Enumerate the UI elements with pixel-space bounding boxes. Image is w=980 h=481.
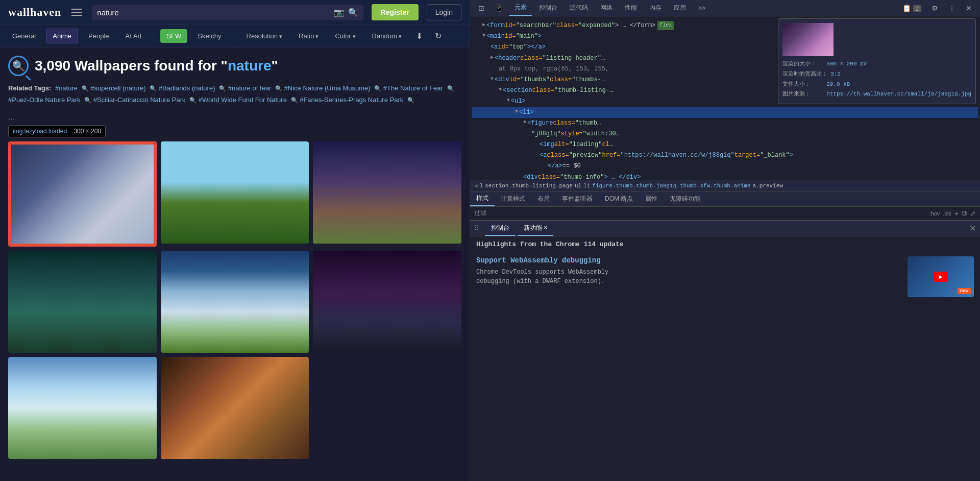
- dom-line[interactable]: "j88g1q" style="width:30 …: [472, 129, 978, 139]
- more-tags-toggle[interactable]: …: [8, 113, 461, 121]
- tab-application[interactable]: 应用: [669, 1, 691, 15]
- dom-tree: 渲染的大小： 300 × 200 px 渲染时的宽高比： 3:2 文件大小： 2…: [470, 16, 980, 180]
- cls-button[interactable]: .cls: [943, 210, 951, 217]
- devtools-more-icon[interactable]: ⋮: [944, 2, 960, 14]
- filter-aiart[interactable]: AI Art: [119, 29, 148, 43]
- wallpaper-2[interactable]: [161, 141, 309, 244]
- console-content: Highlights from the Chrome 114 update Su…: [470, 236, 980, 322]
- tag-wwf[interactable]: #World Wide Fund For Nature: [199, 96, 287, 104]
- tag-search-icon-6: 🔍: [447, 85, 454, 91]
- wallpaper-6[interactable]: [313, 251, 461, 353]
- wallpaper-3[interactable]: [313, 141, 461, 244]
- wallpaper-1[interactable]: [10, 143, 155, 245]
- filter-divider-2: [234, 31, 234, 41]
- preview-ratio-row: 渲染时的宽高比： 3:2: [782, 69, 971, 80]
- devtools-badge-icon[interactable]: 📋 2: [898, 2, 925, 14]
- filter-general[interactable]: General: [6, 29, 42, 43]
- tab-sources[interactable]: 源代码: [565, 1, 593, 15]
- gallery-item-6[interactable]: [313, 251, 461, 353]
- tab-console[interactable]: 控制台: [534, 1, 562, 15]
- filter-sketchy[interactable]: Sketchy: [191, 29, 227, 43]
- gallery-item-8[interactable]: [161, 357, 309, 459]
- search-input[interactable]: [97, 8, 329, 17]
- login-button[interactable]: Login: [427, 4, 461, 20]
- wallpaper-7[interactable]: [8, 357, 157, 459]
- tag-nice-nature[interactable]: #Nice Nature (Uma Musume): [284, 84, 371, 92]
- filter-people[interactable]: People: [82, 29, 115, 43]
- filter-sfw[interactable]: SFW: [160, 29, 187, 43]
- filter-color[interactable]: Color: [329, 29, 361, 43]
- register-button[interactable]: Register: [372, 4, 419, 20]
- drag-handle[interactable]: ⠿: [474, 225, 479, 232]
- console-tab-new[interactable]: 新功能 ×: [518, 221, 553, 236]
- wallpaper-8[interactable]: [161, 357, 309, 459]
- filter-random[interactable]: Random: [366, 29, 408, 43]
- gallery-item-7[interactable]: [8, 357, 157, 459]
- gallery-item-5[interactable]: [161, 251, 309, 353]
- hov-button[interactable]: :hov: [929, 210, 940, 217]
- webassembly-title: Support WebAssembly debugging: [476, 256, 901, 264]
- wallpaper-4[interactable]: [8, 251, 157, 353]
- console-close-button[interactable]: ✕: [969, 224, 976, 233]
- webassembly-text: Support WebAssembly debugging Chrome Dev…: [476, 256, 901, 297]
- tab-elements[interactable]: 元素: [509, 0, 532, 16]
- add-style-button[interactable]: +: [954, 209, 959, 218]
- tooltip-class: img.lazyload.loaded: [13, 128, 67, 135]
- tag-badlands[interactable]: #Badlands (nature): [159, 84, 215, 92]
- tab-performance[interactable]: 性能: [620, 1, 642, 15]
- tab-styles[interactable]: 样式: [470, 191, 495, 206]
- tag-puez[interactable]: #Puez-Odle Nature Park: [8, 96, 81, 104]
- tab-memory[interactable]: 内存: [644, 1, 667, 15]
- dom-line[interactable]: <img alt="loading" cl …: [472, 139, 978, 150]
- search-results-icon: 🔍: [8, 56, 29, 76]
- dom-line[interactable]: </a> == $0: [472, 161, 978, 172]
- tab-more[interactable]: >>: [693, 2, 710, 15]
- tab-event-listeners[interactable]: 事件监听器: [556, 192, 599, 206]
- tab-computed[interactable]: 计算样式: [495, 192, 531, 206]
- tag-nature[interactable]: #nature: [55, 84, 78, 92]
- tag-nature-fear[interactable]: #nature of fear: [228, 84, 272, 92]
- dom-line-selected[interactable]: ▼ <li>: [472, 107, 978, 118]
- filter-resolution[interactable]: Resolution: [240, 29, 289, 43]
- console-tab-console[interactable]: 控制台: [485, 221, 516, 236]
- wallpaper-5[interactable]: [161, 251, 309, 353]
- dom-line[interactable]: <a class="preview" href= "https://wallha…: [472, 150, 978, 161]
- tag-sciliar[interactable]: #Sciliar-Catinaccio Nature Park: [93, 96, 186, 104]
- dom-line[interactable]: ▼ <figure class="thumb …: [472, 118, 978, 129]
- tag-fanes[interactable]: #Fanes-Sennes-Prags Nature Park: [300, 96, 403, 104]
- devtools-settings-icon[interactable]: ⚙: [927, 2, 942, 14]
- search-icon[interactable]: 🔍: [348, 8, 358, 17]
- camera-icon[interactable]: 📷: [334, 8, 344, 17]
- gallery-item-4[interactable]: [8, 251, 157, 353]
- main-content: 🔍 3,090 Wallpapers found for "nature" Re…: [0, 47, 470, 481]
- gallery-item-2[interactable]: [161, 141, 309, 247]
- filter-ratio[interactable]: Ratio: [292, 29, 325, 43]
- img-preview-tooltip: 渲染的大小： 300 × 200 px 渲染时的宽高比： 3:2 文件大小： 2…: [778, 18, 976, 104]
- devtools-device-icon[interactable]: 📱: [491, 2, 507, 14]
- tag-the-nature[interactable]: #The Nature of Fear: [383, 84, 443, 92]
- tag-search-icon: 🔍: [82, 85, 89, 91]
- refresh-icon[interactable]: ↻: [431, 28, 446, 44]
- dom-line[interactable]: <div class="thumb-info" > … </div>: [472, 172, 978, 180]
- filter-anime[interactable]: Anime: [46, 29, 78, 43]
- tab-layout[interactable]: 布局: [531, 192, 556, 206]
- devtools-close-icon[interactable]: ✕: [962, 2, 976, 14]
- tab-network[interactable]: 网络: [595, 1, 618, 15]
- dom-arrow[interactable]: ▼: [482, 32, 485, 40]
- youtube-thumb-container[interactable]: ▶ new: [908, 256, 974, 297]
- filter-bar: General Anime People AI Art SFW Sketchy …: [0, 25, 470, 47]
- dom-arrow[interactable]: ▶: [482, 21, 485, 29]
- download-icon[interactable]: ⬇: [412, 28, 427, 44]
- styles-filter-input[interactable]: [489, 210, 929, 217]
- tab-accessibility[interactable]: 无障碍功能: [664, 192, 706, 206]
- tab-properties[interactable]: 属性: [639, 192, 664, 206]
- new-badge: new: [958, 288, 971, 294]
- tag-supercell[interactable]: #supercell (nature): [90, 84, 145, 92]
- hamburger-button[interactable]: [69, 7, 84, 18]
- expand-style-button[interactable]: ⤢: [970, 209, 976, 218]
- tab-dom-breakpoints[interactable]: DOM 断点: [599, 192, 639, 206]
- devtools-inspect-icon[interactable]: ⊡: [474, 2, 488, 14]
- gallery-item-3[interactable]: [313, 141, 461, 247]
- gallery-item-1[interactable]: [8, 141, 157, 247]
- copy-style-button[interactable]: ⧉: [962, 209, 967, 218]
